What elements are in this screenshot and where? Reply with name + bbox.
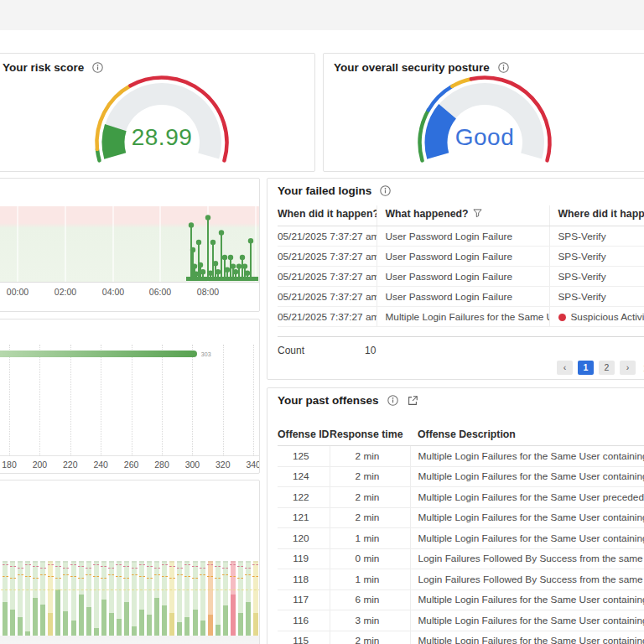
data-point[interactable] [225,267,230,273]
table-row[interactable]: 1252 minMultiple Login Failures for the … [278,446,644,467]
histogram-bar-inner [79,595,84,636]
histogram-bar[interactable] [132,561,137,636]
table-row[interactable]: 1242 minMultiple Login Failures for the … [278,466,644,487]
data-point[interactable] [242,263,247,268]
column-header-when[interactable]: When did it happen? [278,205,377,226]
histogram-bar-inner [154,598,159,636]
x-axis-tick-label: 260 [124,460,139,470]
column-header-offense-description[interactable]: Offense Description [410,427,644,446]
alert-dot-icon [558,314,566,321]
data-point[interactable] [213,261,218,266]
data-point[interactable] [245,271,250,276]
info-icon[interactable] [387,394,399,407]
x-axis-tick-label: 04:00 [102,287,124,297]
red-threshold-tick [10,566,16,567]
data-point[interactable] [233,269,238,274]
data-point[interactable] [231,263,236,268]
histogram-bar[interactable] [25,561,30,636]
data-point[interactable] [216,269,221,274]
red-threshold-tick [207,564,213,565]
table-row[interactable]: 05/21/2025 7:37:27 amUser Password Login… [278,226,644,247]
bar-chart-x-axis [0,455,260,456]
data-point[interactable] [198,262,203,267]
table-row[interactable]: 1163 minMultiple Login Failures for the … [278,610,644,631]
x-axis-tick-label: 06:00 [149,287,171,297]
histogram-bar-inner [216,625,221,636]
histogram-bar-inner [117,619,122,636]
orange-threshold-tick [55,578,61,579]
orange-threshold-tick [70,576,76,577]
past-offenses-table: Offense ID Response time Offense Descrip… [278,427,644,644]
histogram-bar-inner [184,617,190,636]
histogram-bar-inner [101,600,106,636]
data-point[interactable] [190,247,195,252]
security-posture-gauge: Good [411,72,558,171]
red-threshold-tick [70,564,76,565]
orange-threshold-tick [10,578,16,579]
table-row[interactable]: 1152 minMultiple Login Failures for the … [278,631,644,644]
column-header-where[interactable]: Where did it happen? [549,205,644,226]
orange-threshold-tick [78,578,84,579]
data-point[interactable] [205,215,210,220]
table-row[interactable]: 05/21/2025 7:37:27 amUser Password Login… [278,287,644,307]
data-point[interactable] [222,255,227,260]
orange-threshold-tick [230,576,236,577]
data-point[interactable] [210,240,216,245]
security-posture-card: Your overall security posture Good [323,53,644,172]
column-header-response-time[interactable]: Response time [330,427,410,446]
histogram-bar-inner [71,621,76,636]
data-point[interactable] [240,255,245,260]
histogram-bar-inner [246,602,251,636]
table-row[interactable]: 05/21/2025 7:37:27 amUser Password Login… [278,267,644,287]
table-row[interactable]: 05/21/2025 7:37:27 amUser Password Login… [278,247,644,267]
red-threshold-tick [101,566,106,567]
info-icon[interactable] [379,184,392,197]
histogram-bar-inner [147,615,152,636]
red-threshold-tick [139,564,145,565]
histogram-bar-inner [10,610,15,636]
filter-icon[interactable] [473,209,482,221]
gridline [70,345,72,455]
red-threshold-tick [245,568,251,569]
orange-threshold-tick [245,574,251,575]
orange-threshold-tick [177,574,183,575]
table-row[interactable]: 1201 minMultiple Login Failures for the … [278,528,644,549]
table-row[interactable]: 1222 minMultiple Login Failures for the … [278,487,644,508]
gauge-arc [452,79,471,86]
past-offenses-title: Your past offenses [278,394,379,407]
table-row[interactable]: 1190 minLogin Failures Followed By Succe… [278,548,644,569]
data-point[interactable] [248,238,253,243]
column-header-what[interactable]: What happened? [377,205,549,226]
red-threshold-tick [48,564,54,565]
data-point[interactable] [228,255,233,260]
histogram-bar-inner [33,598,38,636]
data-point[interactable] [219,230,224,235]
pagination-page-1-button[interactable]: 1 [578,361,594,375]
x-axis-tick-label: 220 [63,460,78,470]
histogram-bar-inner [94,628,99,636]
pagination-page-2-button[interactable]: 2 [599,361,615,375]
risk-score-gauge: 28.99 [88,72,236,171]
bar-value-label: 303 [201,351,211,357]
table-row[interactable]: 1176 minMultiple Login Failures for the … [278,589,644,610]
data-point[interactable] [192,263,197,268]
launch-icon[interactable] [407,395,418,407]
data-point[interactable] [236,263,242,268]
table-row-alert[interactable]: 05/21/2025 7:37:27 amMultiple Login Fail… [278,307,644,327]
red-threshold-tick [78,566,84,567]
histogram-bar[interactable] [94,561,99,636]
pagination-next-button[interactable]: › [620,361,636,375]
data-point[interactable] [189,222,194,227]
table-row[interactable]: 1212 minMultiple Login Failures for the … [278,507,644,528]
table-row[interactable]: 1181 minLogin Failures Followed By Succe… [278,569,644,590]
orange-threshold-tick [147,578,153,579]
data-point[interactable] [196,240,201,245]
histogram-bar-inner [238,613,243,636]
histogram-bar-inner [177,622,182,636]
red-threshold-tick [18,568,23,569]
pagination-prev-button[interactable]: ‹ [557,361,573,375]
red-threshold-tick [162,564,168,565]
column-header-offense-id[interactable]: Offense ID [278,427,330,446]
bar-chart-bar[interactable] [0,351,197,357]
data-point[interactable] [200,269,205,274]
